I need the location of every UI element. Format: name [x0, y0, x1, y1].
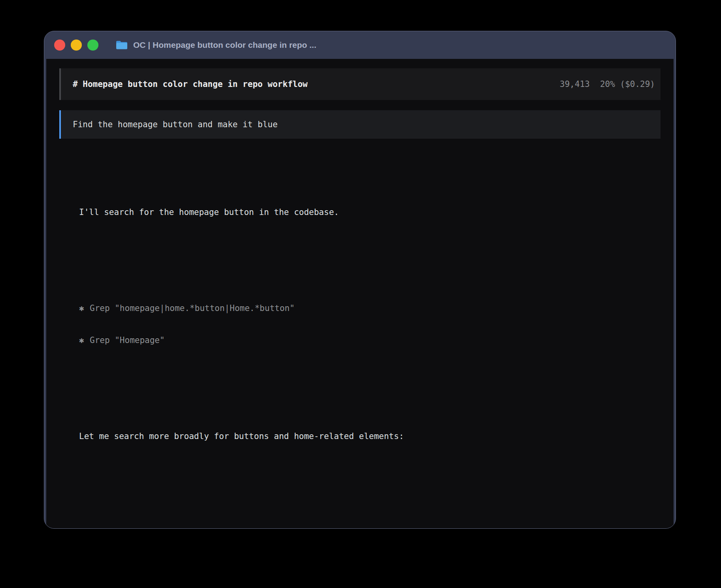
user-message-text: Find the homepage button and make it blu… [73, 119, 277, 130]
assistant-text: Let me search more broadly for buttons a… [79, 431, 661, 442]
assistant-transcript: I'll search for the homepage button in t… [79, 154, 661, 529]
assistant-text: I'll search for the homepage button in t… [79, 207, 661, 218]
folder-icon [116, 40, 128, 50]
tool-bullet-icon: ✱ [79, 303, 90, 314]
grep-tool-call: ✱Grep "Homepage" [79, 335, 661, 346]
session-header: # Homepage button color change in repo w… [59, 68, 661, 100]
window-titlebar: OC | Homepage button color change in rep… [44, 31, 676, 59]
context-usage-cost: 20% ($0.29) [600, 79, 655, 90]
grep-tool-call: ✱Grep "Home" (18 matches) [79, 527, 661, 529]
session-title: # Homepage button color change in repo w… [73, 79, 560, 90]
user-message: Find the homepage button and make it blu… [59, 110, 661, 139]
zoom-button[interactable] [87, 40, 98, 51]
terminal-content: # Homepage button color change in repo w… [46, 59, 674, 529]
grep-tool-call: ✱Grep "homepage|home.*button|Home.*butto… [79, 303, 661, 314]
token-count: 39,413 [560, 79, 590, 90]
minimize-button[interactable] [71, 40, 82, 51]
close-button[interactable] [54, 40, 65, 51]
tool-bullet-icon: ✱ [79, 527, 90, 529]
window-title: OC | Homepage button color change in rep… [133, 40, 316, 50]
tool-bullet-icon: ✱ [79, 335, 90, 346]
session-stats: 39,413 20% ($0.29) [560, 79, 655, 90]
terminal-window: OC | Homepage button color change in rep… [44, 31, 676, 529]
